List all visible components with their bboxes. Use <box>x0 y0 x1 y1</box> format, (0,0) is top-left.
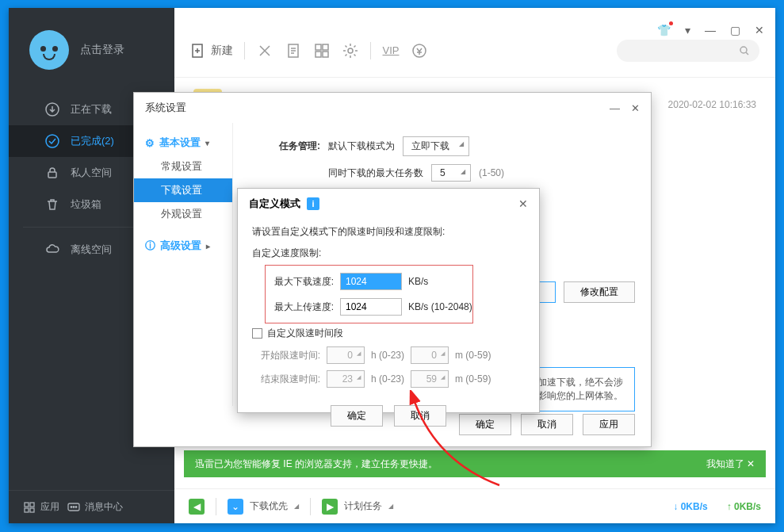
m-range: m (0-59) <box>455 373 491 385</box>
svg-rect-16 <box>323 52 328 57</box>
status-bar: ◀ ⌄下载优先◢ ▶计划任务◢ ↓ 0KB/s ↑ 0KB/s <box>174 488 775 523</box>
modify-config-button[interactable]: 修改配置 <box>564 281 635 303</box>
maximize-icon[interactable]: ▢ <box>730 24 740 36</box>
custom-cancel-button[interactable]: 取消 <box>394 405 446 427</box>
sidebar-label: 垃圾箱 <box>71 197 101 212</box>
notification-icon[interactable]: 👕 <box>657 24 671 36</box>
settings-minimize-icon[interactable]: — <box>610 102 620 114</box>
sidebar-label: 已完成(2) <box>71 134 114 148</box>
unit-range: KB/s (10-2048) <box>408 301 472 312</box>
scheduled-tasks[interactable]: ▶计划任务◢ <box>322 499 393 515</box>
priority-label: 下载优先 <box>250 499 288 513</box>
end-time-label: 结束限速时间: <box>252 373 320 386</box>
svg-rect-6 <box>30 508 34 512</box>
apps-button[interactable]: 应用 <box>23 500 59 514</box>
group-label: 基本设置 <box>159 136 201 150</box>
section-time: 自定义限速时间段 <box>267 327 343 340</box>
status-prev-icon[interactable]: ◀ <box>189 499 205 515</box>
settings-sub-appearance[interactable]: 外观设置 <box>134 202 232 226</box>
max-up-label: 最大上传速度: <box>266 300 334 314</box>
svg-rect-4 <box>30 503 34 507</box>
settings-apply-button[interactable]: 应用 <box>583 414 635 435</box>
custom-header: 自定义模式 i ✕ <box>238 189 539 219</box>
settings-group-advanced[interactable]: ⓘ高级设置▸ <box>134 234 232 258</box>
document-icon[interactable] <box>285 42 302 59</box>
start-hour-input[interactable]: 0 <box>327 346 365 364</box>
chevron-down-icon: ▾ <box>205 139 209 147</box>
max-tasks-dropdown[interactable]: 5 <box>431 164 471 182</box>
info-icon[interactable]: i <box>307 197 319 210</box>
unit-label: KB/s <box>408 276 428 287</box>
settings-sub-download[interactable]: 下载设置 <box>134 178 232 202</box>
svg-point-8 <box>71 506 72 507</box>
svg-rect-14 <box>323 44 328 50</box>
svg-rect-5 <box>25 508 29 512</box>
close-icon[interactable]: ✕ <box>755 24 764 36</box>
settings-group-basic[interactable]: ⚙基本设置▾ <box>134 131 232 155</box>
settings-nav: ⚙基本设置▾ 常规设置 下载设置 外观设置 ⓘ高级设置▸ <box>134 123 232 406</box>
download-priority[interactable]: ⌄下载优先◢ <box>228 499 299 515</box>
start-time-label: 开始限速时间: <box>252 349 320 362</box>
info-banner: 迅雷已为您智能修复 IE 的浏览器支持，建立任务更快捷。 我知道了 ✕ <box>184 450 766 477</box>
download-speed: ↓ 0KB/s <box>673 501 707 512</box>
gear-icon: ⚙ <box>145 137 155 149</box>
messages-button[interactable]: 消息中心 <box>67 500 123 514</box>
mode-dropdown[interactable]: 立即下载 <box>403 136 469 156</box>
avatar-icon <box>29 30 69 70</box>
banner-text: 迅雷已为您智能修复 IE 的浏览器支持，建立任务更快捷。 <box>195 457 438 471</box>
max-download-input[interactable] <box>340 273 402 290</box>
check-icon <box>45 134 59 148</box>
speed-area: ↓ 0KB/s ↑ 0KB/s <box>673 501 761 512</box>
login-text: 点击登录 <box>80 43 124 57</box>
m-range: m (0-59) <box>455 350 491 361</box>
avatar-area[interactable]: 点击登录 <box>9 8 174 94</box>
sidebar-bottom: 应用 消息中心 <box>9 490 174 523</box>
delete-icon[interactable] <box>256 42 273 59</box>
max-tasks-text: 同时下载的最大任务数 <box>328 166 423 180</box>
gear-icon[interactable] <box>342 42 359 59</box>
priority-icon: ⌄ <box>228 499 243 515</box>
custom-time-checkbox[interactable] <box>252 328 262 339</box>
svg-point-17 <box>348 48 353 53</box>
task-label: 任务管理: <box>249 140 320 153</box>
lock-icon <box>45 166 59 180</box>
schedule-label: 计划任务 <box>344 499 382 513</box>
vip-icon[interactable]: VIP <box>382 42 400 59</box>
max-upload-input[interactable] <box>340 298 402 316</box>
svg-point-19 <box>740 47 747 53</box>
custom-ok-button[interactable]: 确定 <box>331 405 383 427</box>
custom-footer: 确定 取消 <box>238 394 539 438</box>
upload-speed: ↑ 0KB/s <box>727 501 761 512</box>
cloud-icon <box>45 243 59 257</box>
start-min-input[interactable]: 0 <box>411 346 449 364</box>
banner-dismiss[interactable]: 我知道了 ✕ <box>706 457 755 471</box>
end-min-input[interactable]: 59 <box>411 370 449 388</box>
custom-hint: 请设置自定义模式下的限速时间段和速度限制: <box>252 222 525 242</box>
max-tasks-range: (1-50) <box>479 167 504 178</box>
schedule-icon: ▶ <box>322 499 338 515</box>
svg-rect-2 <box>48 172 56 178</box>
custom-mode-dialog: 自定义模式 i ✕ 请设置自定义模式下的限速时间段和速度限制: 自定义速度限制:… <box>237 188 540 413</box>
settings-sub-general[interactable]: 常规设置 <box>134 155 232 178</box>
mode-text: 默认下载模式为 <box>328 140 395 153</box>
sidebar-label: 离线空间 <box>71 243 112 257</box>
custom-body: 请设置自定义模式下的限速时间段和速度限制: 自定义速度限制: 最大下载速度: K… <box>238 219 539 394</box>
custom-close-icon[interactable]: ✕ <box>518 197 528 210</box>
svg-rect-15 <box>316 52 321 57</box>
group-label: 高级设置 <box>160 239 201 253</box>
svg-point-1 <box>46 135 59 147</box>
coin-icon[interactable] <box>411 42 428 59</box>
grid-icon[interactable] <box>313 42 331 59</box>
menu-caret-icon[interactable]: ▾ <box>685 24 690 36</box>
file-date: 2020-02-02 10:16:33 <box>668 99 756 110</box>
apps-label: 应用 <box>40 500 59 514</box>
section-speed: 自定义速度限制: <box>252 242 525 263</box>
minimize-icon[interactable]: — <box>705 24 716 36</box>
settings-close-icon[interactable]: ✕ <box>631 102 640 114</box>
new-button[interactable]: 新建 <box>190 43 233 59</box>
end-hour-input[interactable]: 23 <box>327 370 365 388</box>
trash-icon <box>45 197 59 212</box>
search-input[interactable] <box>617 40 759 62</box>
window-controls: 👕 ▾ — ▢ ✕ <box>657 24 764 36</box>
svg-point-9 <box>73 506 75 507</box>
